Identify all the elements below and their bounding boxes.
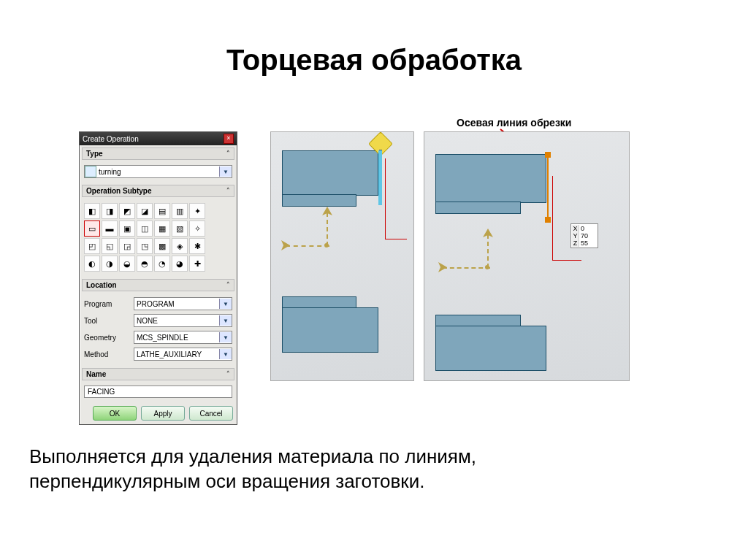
collapse-icon: ˄: [226, 281, 230, 289]
toolpath-horizontal: [385, 239, 407, 239]
section-header-location[interactable]: Location ˄: [82, 279, 234, 291]
axis-y: [327, 212, 328, 246]
section-header-name[interactable]: Name ˄: [82, 368, 234, 380]
axis-arrow-y-icon: [483, 229, 493, 237]
subtype-od-thread-icon[interactable]: ◳: [137, 238, 153, 254]
trim-handle-top[interactable]: [545, 152, 551, 158]
subtype-user4-icon[interactable]: ✚: [189, 256, 205, 272]
ok-button[interactable]: OK: [93, 406, 137, 421]
collapse-icon: ˄: [226, 187, 230, 195]
section-header-name-label: Name: [86, 370, 106, 378]
subtype-od-finish-icon[interactable]: ▦: [154, 220, 170, 237]
subtype-ream-icon[interactable]: ✱: [189, 238, 205, 254]
section-header-type[interactable]: Type ˄: [82, 147, 234, 160]
cancel-button[interactable]: Cancel: [189, 406, 233, 421]
workpiece-top-step: [435, 202, 521, 214]
subtype-centerline-peck-icon[interactable]: ◧: [84, 203, 100, 219]
workpiece-bottom: [435, 326, 546, 371]
coord-z-label: Z: [572, 239, 579, 247]
slide-body: Выполняется для удаления материала по ли…: [29, 445, 476, 494]
subtype-misc-icon[interactable]: ✧: [189, 220, 205, 237]
axis-x: [443, 267, 490, 269]
axis-arrow-x-icon: [281, 240, 290, 250]
subtype-thread-icon[interactable]: ▤: [154, 203, 170, 219]
create-operation-dialog: Create Operation × Type ˄ turning ▼ Oper…: [79, 131, 237, 425]
apply-button[interactable]: Apply: [141, 406, 185, 421]
section-header-subtype-label: Operation Subtype: [86, 187, 151, 195]
subtype-finish-icon[interactable]: ◩: [119, 203, 135, 219]
chevron-down-icon: ▼: [219, 332, 232, 342]
geometry-dropdown[interactable]: MCS_SPINDLE▼: [134, 331, 232, 344]
subtype-roughing-icon[interactable]: ◨: [102, 203, 118, 219]
type-dropdown[interactable]: turning ▼: [84, 165, 232, 178]
dialog-title-text: Create Operation: [83, 135, 139, 143]
chevron-down-icon: ▼: [219, 166, 232, 177]
subtype-od-rough-icon[interactable]: ▬: [102, 220, 118, 237]
workpiece-top: [435, 154, 546, 203]
location-value: PROGRAM: [134, 300, 219, 308]
name-input[interactable]: FACING: [84, 386, 232, 398]
axis-origin: [485, 265, 489, 269]
location-row-method: MethodLATHE_AUXILIARY▼: [84, 346, 232, 362]
toolpath-vertical: [385, 158, 386, 239]
coordinate-readout: X0 Y70 Z55: [570, 223, 598, 248]
toolpath-vertical: [552, 176, 553, 260]
axis-arrow-x-icon: [438, 262, 447, 272]
trim-handle-bottom[interactable]: [545, 217, 551, 223]
program-dropdown[interactable]: PROGRAM▼: [134, 297, 232, 310]
chevron-down-icon: ▼: [219, 299, 232, 309]
method-dropdown[interactable]: LATHE_AUXILIARY▼: [134, 348, 232, 361]
location-label: Geometry: [84, 334, 134, 342]
annotation-trim-line: Осевая линия обрезки: [457, 117, 571, 129]
slide-title: Торцевая обработка: [0, 44, 748, 77]
subtype-spot-icon[interactable]: ◒: [119, 256, 135, 272]
subtype-user3-icon[interactable]: ◕: [172, 256, 188, 272]
subtype-id-finish-icon[interactable]: ▧: [172, 220, 188, 237]
dialog-button-row: OK Apply Cancel: [80, 402, 237, 424]
section-header-location-label: Location: [86, 281, 117, 289]
subtype-od-groove-icon[interactable]: ◱: [102, 238, 118, 254]
subtype-icon-grid: ◧◨◩◪▤▥✦▭▬▣◫▦▧✧◰◱◲◳▩◈✱◐◑◒◓◔◕✚: [84, 201, 232, 274]
preview-panel-1: [270, 131, 414, 381]
subtype-drill-icon[interactable]: ▥: [172, 203, 188, 219]
close-icon[interactable]: ×: [224, 134, 234, 144]
coord-y-value: 70: [579, 232, 597, 239]
axis-x: [286, 245, 329, 247]
subtype-groove-icon[interactable]: ◪: [137, 203, 153, 219]
subtype-part-off-icon[interactable]: ◫: [137, 220, 153, 237]
chevron-down-icon: ▼: [219, 349, 232, 359]
subtype-teach-icon[interactable]: ✦: [189, 203, 205, 219]
location-label: Program: [84, 300, 134, 308]
axis-arrow-y-icon: [322, 207, 332, 215]
subtype-face-icon[interactable]: ▭: [84, 220, 100, 237]
subtype-user2-icon[interactable]: ◔: [154, 256, 170, 272]
trim-line[interactable]: [547, 154, 549, 220]
subtype-bore-icon[interactable]: ◐: [84, 256, 100, 272]
subtype-user1-icon[interactable]: ◓: [137, 256, 153, 272]
section-header-subtype[interactable]: Operation Subtype ˄: [82, 185, 234, 197]
coord-x-value: 0: [579, 225, 597, 232]
axis-y: [487, 234, 489, 268]
workpiece-bottom: [282, 307, 378, 353]
dialog-titlebar: Create Operation ×: [80, 132, 237, 145]
coord-y-label: Y: [572, 232, 579, 239]
section-header-type-label: Type: [86, 150, 103, 158]
location-value: LATHE_AUXILIARY: [134, 350, 219, 358]
subtype-id-thread-icon[interactable]: ▩: [154, 238, 170, 254]
collapse-icon: ˄: [226, 150, 230, 158]
subtype-id-groove-icon[interactable]: ◲: [119, 238, 135, 254]
subtype-tap-icon[interactable]: ◑: [102, 256, 118, 272]
axis-origin: [324, 243, 329, 248]
type-value: turning: [96, 168, 219, 176]
coord-z-value: 55: [579, 239, 597, 247]
subtype-ctr-drill-icon[interactable]: ◈: [172, 238, 188, 254]
subtype-cutoff-icon[interactable]: ◰: [84, 238, 100, 254]
location-value: NONE: [134, 317, 219, 325]
cut-surface: [378, 150, 382, 205]
workpiece-top-step: [282, 194, 356, 207]
tool-dropdown[interactable]: NONE▼: [134, 314, 232, 327]
body-line2: перпендикулярным оси вращения заготовки.: [29, 469, 476, 494]
location-value: MCS_SPINDLE: [134, 334, 219, 342]
subtype-id-rough-icon[interactable]: ▣: [119, 220, 135, 237]
chevron-down-icon: ▼: [219, 315, 232, 326]
